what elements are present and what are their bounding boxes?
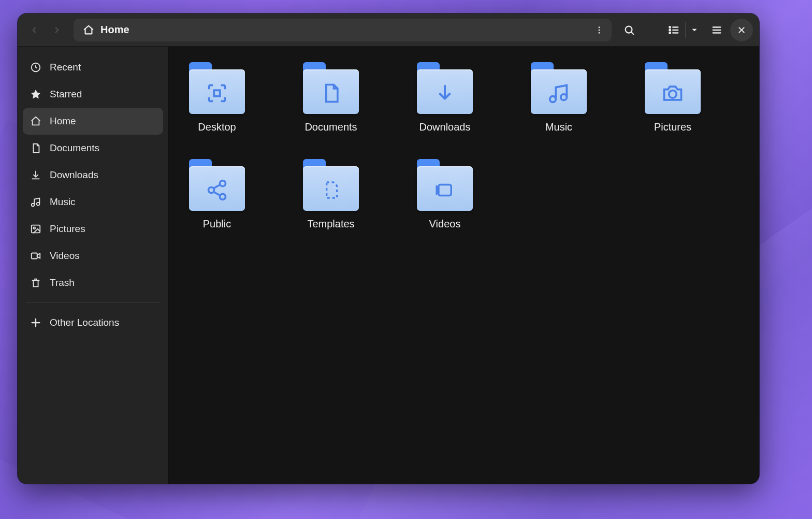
sidebar-item-downloads[interactable]: Downloads: [23, 162, 163, 189]
search-button[interactable]: [618, 19, 641, 41]
svg-rect-19: [32, 225, 40, 233]
hamburger-menu-button[interactable]: [705, 19, 728, 41]
svg-point-18: [37, 203, 40, 206]
chevron-left-icon: [30, 25, 39, 35]
sidebar-item-music[interactable]: Music: [23, 189, 163, 215]
hamburger-icon: [711, 24, 722, 36]
folder-icon: [645, 62, 701, 114]
folder-label: Documents: [304, 121, 357, 133]
home-icon: [83, 24, 94, 36]
sidebar-divider: [26, 302, 160, 303]
folder-label: Templates: [307, 218, 354, 230]
view-options-button[interactable]: [686, 19, 703, 41]
sidebar-item-videos[interactable]: Videos: [23, 242, 163, 269]
svg-line-4: [631, 32, 633, 34]
folder-icon: [417, 159, 473, 211]
svg-point-6: [669, 29, 671, 31]
close-window-button[interactable]: [730, 19, 753, 41]
video-icon: [30, 250, 41, 262]
sidebar-item-starred[interactable]: Starred: [23, 81, 163, 108]
star-icon: [30, 89, 41, 100]
clock-icon: [30, 62, 41, 73]
image-icon: [30, 223, 41, 235]
svg-rect-31: [439, 185, 452, 196]
plus-icon: [30, 317, 41, 328]
svg-point-26: [561, 94, 567, 100]
sidebar-item-label: Recent: [50, 62, 81, 73]
svg-point-0: [599, 26, 600, 28]
svg-point-2: [599, 32, 600, 33]
folder-icon: [417, 62, 473, 114]
content-area[interactable]: DesktopDocumentsDownloadsMusicPicturesPu…: [169, 47, 759, 484]
close-icon: [737, 26, 746, 34]
folder-music[interactable]: Music: [525, 62, 592, 133]
kebab-icon: [594, 25, 604, 35]
svg-point-5: [669, 26, 671, 28]
sidebar-item-trash[interactable]: Trash: [23, 269, 163, 296]
folder-label: Videos: [429, 218, 461, 230]
chevron-right-icon: [52, 25, 62, 35]
list-view-button[interactable]: [662, 19, 685, 41]
folder-label: Downloads: [419, 121, 471, 133]
folder-pictures[interactable]: Pictures: [639, 62, 706, 133]
sidebar-item-label: Home: [50, 116, 76, 127]
view-switch-group: [662, 19, 703, 41]
sidebar-item-label: Pictures: [50, 223, 85, 235]
sidebar-item-label: Starred: [50, 89, 82, 100]
folder-downloads[interactable]: Downloads: [411, 62, 479, 133]
sidebar-item-other-locations[interactable]: Other Locations: [23, 309, 163, 336]
icon-grid: DesktopDocumentsDownloadsMusicPicturesPu…: [183, 62, 745, 230]
folder-label: Public: [203, 218, 231, 230]
sidebar: RecentStarredHomeDocumentsDownloadsMusic…: [18, 47, 169, 484]
svg-rect-24: [214, 90, 220, 96]
svg-point-17: [32, 204, 35, 207]
folder-icon: [303, 62, 359, 114]
document-icon: [30, 142, 41, 154]
svg-point-7: [669, 32, 671, 34]
svg-point-27: [669, 91, 677, 98]
sidebar-item-label: Music: [50, 196, 76, 208]
list-icon: [668, 24, 679, 36]
svg-point-1: [599, 29, 600, 31]
folder-videos[interactable]: Videos: [411, 159, 479, 230]
folder-icon: [303, 159, 359, 211]
music-icon: [30, 196, 41, 208]
chevron-down-icon: [691, 26, 698, 34]
svg-point-25: [550, 96, 556, 103]
sidebar-item-label: Videos: [50, 250, 80, 262]
path-menu-button[interactable]: [590, 21, 608, 39]
sidebar-item-home[interactable]: Home: [23, 108, 163, 135]
folder-icon: [189, 159, 245, 211]
trash-icon: [30, 277, 41, 289]
sidebar-item-label: Trash: [50, 277, 75, 289]
sidebar-item-pictures[interactable]: Pictures: [23, 215, 163, 242]
folder-templates[interactable]: Templates: [297, 159, 365, 230]
sidebar-item-label: Other Locations: [50, 317, 119, 328]
sidebar-item-label: Downloads: [50, 169, 98, 181]
path-label: Home: [100, 24, 129, 36]
sidebar-item-documents[interactable]: Documents: [23, 135, 163, 162]
headerbar: Home: [18, 13, 759, 47]
search-icon: [624, 24, 635, 36]
sidebar-item-recent[interactable]: Recent: [23, 54, 163, 81]
back-button[interactable]: [24, 20, 45, 40]
folder-label: Pictures: [654, 121, 691, 133]
download-icon: [30, 169, 41, 181]
folder-public[interactable]: Public: [183, 159, 251, 230]
folder-desktop[interactable]: Desktop: [183, 62, 251, 133]
forward-button[interactable]: [47, 20, 67, 40]
sidebar-item-label: Documents: [50, 142, 99, 154]
svg-point-28: [209, 188, 214, 193]
file-manager-window: Home RecentStarredHomeDoc: [18, 13, 759, 484]
folder-icon: [531, 62, 587, 114]
svg-point-20: [33, 227, 35, 229]
folder-icon: [189, 62, 245, 114]
folder-documents[interactable]: Documents: [297, 62, 365, 133]
folder-label: Desktop: [198, 121, 236, 133]
home-icon: [30, 116, 41, 127]
path-bar[interactable]: Home: [74, 19, 612, 41]
svg-rect-21: [32, 253, 37, 259]
folder-label: Music: [545, 121, 572, 133]
